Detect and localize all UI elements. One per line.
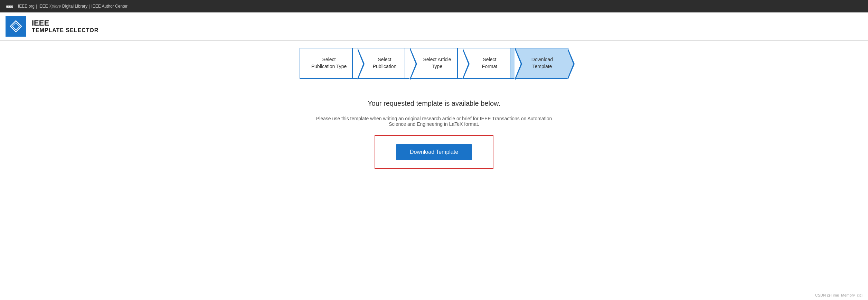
header-title-sub: TEMPLATE SELECTOR	[32, 27, 98, 34]
step-pub-label: SelectPublication	[373, 56, 397, 70]
top-navigation: IEEE IEEE.org | IEEE Xplore Digital Libr…	[0, 0, 868, 12]
header-logo-box	[6, 16, 26, 37]
footer-credit-text: CSDN @Time_Memory_cici	[815, 293, 862, 297]
nav-separator-2: |	[89, 4, 90, 9]
footer-credit: CSDN @Time_Memory_cici	[815, 293, 862, 297]
nav-link-author-center[interactable]: IEEE Author Center	[91, 4, 128, 9]
step-pub-type-label: SelectPublication Type	[311, 56, 347, 70]
step-article-type-label: Select ArticleType	[423, 56, 451, 70]
stepper: SelectPublication Type SelectPublication…	[0, 41, 868, 86]
nav-link-xplore[interactable]: IEEE Xplore Digital Library	[38, 4, 87, 9]
top-nav-links: IEEE.org | IEEE Xplore Digital Library |…	[18, 4, 128, 9]
template-available-text: Your requested template is available bel…	[368, 100, 500, 107]
page-header: IEEE TEMPLATE SELECTOR	[0, 12, 868, 41]
step-format-label: SelectFormat	[482, 56, 497, 70]
svg-rect-2	[9, 19, 23, 33]
header-title-ieee: IEEE	[32, 19, 98, 27]
step-download-label: DownloadTemplate	[531, 56, 553, 70]
ieee-logo-icon: IEEE	[6, 3, 15, 10]
download-box: Download Template	[375, 135, 493, 169]
nav-link-ieee-org[interactable]: IEEE.org	[18, 4, 35, 9]
header-title: IEEE TEMPLATE SELECTOR	[32, 19, 98, 34]
step-pub-type[interactable]: SelectPublication Type	[300, 48, 358, 79]
download-template-button[interactable]: Download Template	[396, 144, 472, 160]
svg-text:IEEE: IEEE	[6, 5, 13, 8]
template-description: Please use this template when writing an…	[313, 116, 555, 127]
ieee-diamond-logo-icon	[9, 19, 23, 33]
main-content: Your requested template is available bel…	[0, 86, 868, 183]
nav-separator-1: |	[36, 4, 37, 9]
ieee-logo-nav: IEEE	[6, 3, 15, 10]
